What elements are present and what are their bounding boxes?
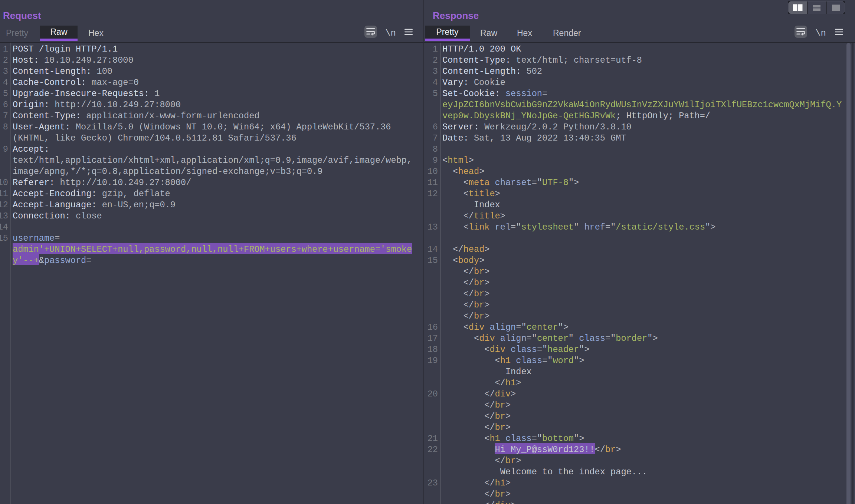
svg-text:\n: \n bbox=[385, 28, 396, 38]
svg-text:\n: \n bbox=[815, 28, 826, 38]
